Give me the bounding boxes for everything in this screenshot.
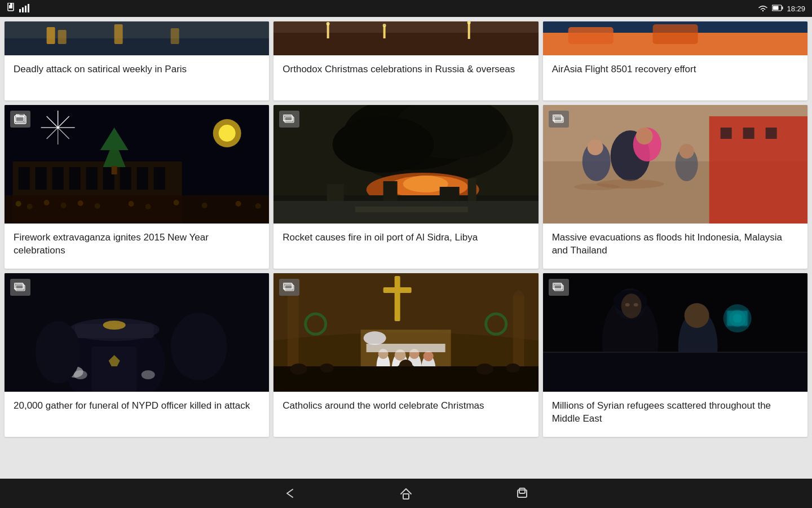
card-orthodox-image bbox=[273, 21, 538, 55]
svg-rect-86 bbox=[355, 207, 468, 212]
card-paris[interactable]: Deadly attack on satirical weekly in Par… bbox=[5, 21, 269, 100]
svg-point-76 bbox=[333, 116, 434, 173]
svg-rect-14 bbox=[58, 30, 67, 44]
svg-rect-9 bbox=[782, 6, 783, 9]
card-paris-title: Deadly attack on satirical weekly in Par… bbox=[14, 63, 260, 76]
photo-icon-badge-firework bbox=[10, 111, 30, 128]
svg-rect-35 bbox=[86, 167, 98, 190]
svg-point-66 bbox=[255, 203, 261, 209]
svg-point-65 bbox=[236, 201, 241, 207]
svg-rect-15 bbox=[114, 24, 123, 44]
svg-point-132 bbox=[423, 351, 434, 361]
nav-bar bbox=[0, 479, 812, 508]
svg-rect-172 bbox=[403, 494, 409, 499]
svg-rect-71 bbox=[15, 116, 24, 121]
card-catholics-title-area: Catholics around the world celebrate Chr… bbox=[273, 392, 538, 437]
svg-point-98 bbox=[636, 128, 652, 144]
svg-point-144 bbox=[290, 364, 307, 375]
photo-icon-badge-refugees bbox=[549, 279, 569, 296]
svg-point-112 bbox=[103, 321, 126, 330]
status-bar-right: 18:29 bbox=[757, 4, 805, 14]
svg-point-53 bbox=[219, 125, 236, 142]
card-airasia[interactable]: AirAsia Flight 8501 recovery effort bbox=[543, 21, 807, 100]
photo-icon-badge-nypd bbox=[10, 279, 30, 296]
svg-rect-143 bbox=[273, 366, 538, 392]
card-nypd-title-area: 20,000 gather for funeral of NYPD office… bbox=[5, 392, 269, 437]
svg-point-60 bbox=[95, 203, 100, 209]
svg-point-145 bbox=[320, 364, 334, 373]
battery-icon bbox=[772, 5, 783, 13]
card-paris-image bbox=[5, 21, 269, 55]
card-libya-title-area: Rocket causes fire in oil port of Al Sid… bbox=[273, 224, 538, 269]
card-firework-title-area: Firework extravaganza ignites 2015 New Y… bbox=[5, 224, 269, 269]
recents-button[interactable] bbox=[515, 486, 529, 501]
svg-rect-6 bbox=[28, 4, 29, 12]
card-airasia-image bbox=[543, 21, 807, 55]
svg-rect-116 bbox=[92, 347, 137, 392]
photo-icon-badge-floods bbox=[549, 111, 569, 128]
svg-rect-94 bbox=[743, 128, 754, 139]
svg-point-59 bbox=[78, 200, 83, 206]
svg-rect-124 bbox=[395, 276, 400, 321]
card-firework[interactable]: Firework extravaganza ignites 2015 New Y… bbox=[5, 105, 269, 269]
svg-rect-1 bbox=[9, 5, 12, 8]
card-refugees-title-area: Millions of Syrian refugees scattered th… bbox=[543, 392, 807, 437]
photo-icon-badge-libya bbox=[279, 111, 299, 128]
svg-point-61 bbox=[129, 201, 134, 207]
svg-point-115 bbox=[36, 321, 81, 383]
svg-rect-4 bbox=[22, 7, 24, 12]
main-content[interactable]: Deadly attack on satirical weekly in Par… bbox=[0, 17, 812, 479]
svg-rect-95 bbox=[765, 128, 776, 139]
svg-rect-54 bbox=[5, 195, 269, 224]
svg-point-58 bbox=[61, 203, 67, 208]
card-refugees[interactable]: Millions of Syrian refugees scattered th… bbox=[543, 273, 807, 437]
svg-rect-33 bbox=[52, 167, 64, 190]
card-libya[interactable]: Rocket causes fire in oil port of Al Sid… bbox=[273, 105, 538, 269]
svg-rect-16 bbox=[171, 28, 179, 44]
svg-point-137 bbox=[364, 331, 386, 345]
card-nypd-image bbox=[5, 273, 269, 392]
card-paris-title-area: Deadly attack on satirical weekly in Par… bbox=[5, 55, 269, 100]
svg-point-102 bbox=[573, 183, 619, 190]
svg-rect-174 bbox=[519, 488, 525, 493]
card-refugees-title: Millions of Syrian refugees scattered th… bbox=[552, 400, 798, 426]
card-catholics[interactable]: Catholics around the world celebrate Chr… bbox=[273, 273, 538, 437]
svg-point-114 bbox=[171, 313, 227, 380]
sim-icon bbox=[7, 3, 15, 15]
svg-rect-38 bbox=[137, 167, 148, 190]
svg-rect-31 bbox=[19, 167, 30, 190]
svg-rect-156 bbox=[727, 311, 747, 326]
card-orthodox-title-area: Orthodox Christmas celebrations in Russi… bbox=[273, 55, 538, 100]
card-orthodox[interactable]: Orthodox Christmas celebrations in Russi… bbox=[273, 21, 538, 100]
card-firework-image bbox=[5, 105, 269, 224]
svg-point-100 bbox=[587, 139, 603, 155]
photo-icon-badge-catholics bbox=[279, 279, 299, 296]
svg-rect-37 bbox=[120, 167, 131, 190]
svg-rect-18 bbox=[273, 33, 538, 55]
svg-point-63 bbox=[174, 200, 179, 205]
card-catholics-title: Catholics around the world celebrate Chr… bbox=[283, 400, 529, 413]
card-floods-title: Massive evacuations as floods hit Indone… bbox=[552, 231, 798, 257]
svg-point-7 bbox=[762, 10, 764, 11]
card-nypd[interactable]: 20,000 gather for funeral of NYPD office… bbox=[5, 273, 269, 437]
svg-point-146 bbox=[476, 364, 493, 375]
svg-point-22 bbox=[326, 22, 330, 25]
svg-point-57 bbox=[44, 200, 50, 205]
wifi-icon bbox=[757, 4, 769, 14]
bars-icon bbox=[19, 3, 29, 14]
svg-rect-20 bbox=[383, 26, 386, 38]
card-airasia-title-area: AirAsia Flight 8501 recovery effort bbox=[543, 55, 807, 100]
card-floods[interactable]: Massive evacuations as floods hit Indone… bbox=[543, 105, 807, 269]
svg-point-64 bbox=[202, 203, 208, 208]
news-grid: Deadly attack on satirical weekly in Par… bbox=[5, 21, 807, 437]
svg-point-119 bbox=[142, 370, 155, 379]
card-libya-image bbox=[273, 105, 538, 224]
home-button[interactable] bbox=[399, 486, 413, 501]
svg-rect-81 bbox=[327, 184, 344, 201]
svg-point-23 bbox=[383, 24, 386, 27]
svg-rect-42 bbox=[112, 166, 117, 174]
svg-rect-125 bbox=[383, 287, 412, 293]
svg-point-164 bbox=[633, 303, 638, 306]
svg-rect-13 bbox=[47, 27, 55, 44]
back-button[interactable] bbox=[283, 486, 297, 501]
